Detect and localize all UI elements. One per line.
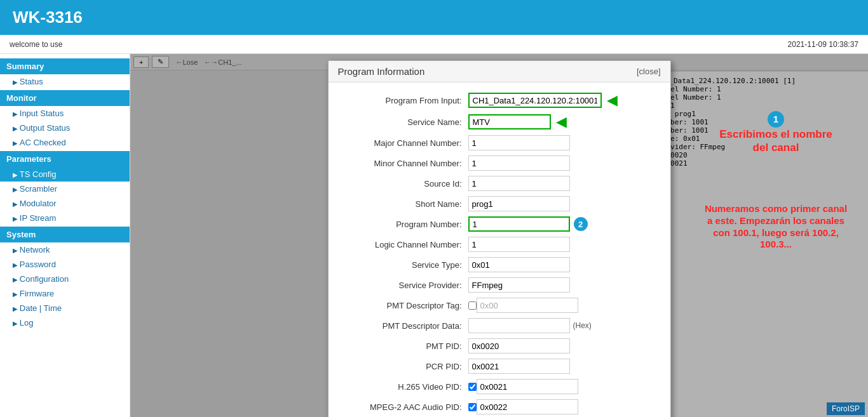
form-row-logic-channel: Logic Channel Number: — [341, 237, 658, 252]
form-row-pmt-descriptor-data: PMT Descriptor Data: (Hex) — [341, 318, 658, 333]
form-row-pmt-descriptor-tag: PMT Descriptor Tag: — [341, 298, 658, 313]
input-source-id[interactable] — [468, 176, 570, 191]
input-h265-video-pid[interactable] — [477, 379, 578, 394]
form-row-minor-channel: Minor Channel Number: — [341, 156, 658, 171]
label-program-from-input: Program From Input: — [341, 96, 468, 105]
label-minor-channel: Minor Channel Number: — [341, 159, 468, 168]
label-major-channel: Major Channel Number: — [341, 138, 468, 148]
input-program-number[interactable] — [468, 216, 570, 232]
form-row-program-from-input: Program From Input: ◀ — [341, 92, 658, 109]
annotation-bubble-1: 1 Escribimos el nombre del canal — [712, 111, 839, 155]
welcome-bar: welcome to use 2021-11-09 10:38:37 — [0, 35, 868, 54]
circle-badge-2: 2 — [574, 217, 588, 231]
label-program-number: Program Number: — [341, 220, 468, 229]
annotation-text-2: Numeramos como primer canal a este. Empe… — [705, 203, 847, 249]
form-row-major-channel: Major Channel Number: — [341, 135, 658, 150]
dialog-title: Program Information — [338, 66, 425, 77]
form-row-mpeg2-aac-audio-pid: MPEG-2 AAC Audio PID: — [341, 399, 658, 414]
sidebar-item-input-status[interactable]: Input Status — [0, 106, 130, 121]
form-row-service-type: Service Type: — [341, 257, 658, 272]
sidebar-item-status[interactable]: Status — [0, 74, 130, 89]
forolsp-badge: ForoISP — [827, 402, 865, 415]
input-short-name[interactable] — [468, 196, 570, 211]
content-area: + ✎ ←Lose ←→CH1_... ► 1: D... CH1_Data1_… — [130, 54, 868, 417]
label-pmt-descriptor-tag: PMT Descriptor Tag: — [341, 301, 468, 310]
input-program-from-input[interactable] — [468, 93, 602, 108]
checkbox-mpeg2-aac-audio-pid[interactable] — [468, 403, 477, 411]
input-major-channel[interactable] — [468, 135, 570, 150]
sidebar-item-modulator[interactable]: Modulator — [0, 196, 130, 211]
arrow-icon-2: ◀ — [556, 114, 567, 130]
label-pmt-pid: PMT PID: — [341, 341, 468, 351]
label-service-provider: Service Provider: — [341, 281, 468, 290]
form-row-short-name: Short Name: — [341, 196, 658, 211]
sidebar-item-output-status[interactable]: Output Status — [0, 121, 130, 135]
arrow-icon: ◀ — [607, 92, 618, 109]
form-row-h265-video-pid: H.265 Video PID: — [341, 379, 658, 394]
sidebar-item-firmware[interactable]: Firmware — [0, 286, 130, 301]
dialog-close-link[interactable]: [close] — [637, 67, 661, 76]
sidebar-item-log[interactable]: Log — [0, 315, 130, 330]
sidebar-item-ip-stream[interactable]: IP Stream — [0, 211, 130, 225]
input-service-type[interactable] — [468, 257, 570, 272]
label-pmt-descriptor-data: PMT Descriptor Data: — [341, 321, 468, 331]
dialog-body: Program From Input: ◀ Service Name: ◀ Ma… — [329, 83, 670, 417]
input-pcr-pid[interactable] — [468, 359, 570, 374]
annotation-bubble-2: Numeramos como primer canal a este. Empe… — [703, 203, 849, 251]
form-row-pmt-pid: PMT PID: — [341, 338, 658, 354]
input-service-name[interactable] — [468, 114, 551, 129]
app-title: WK-3316 — [13, 8, 83, 27]
sidebar-section-summary: Summary — [0, 58, 130, 74]
sidebar-item-network[interactable]: Network — [0, 242, 130, 257]
form-row-source-id: Source Id: — [341, 176, 658, 191]
label-service-name: Service Name: — [341, 117, 468, 127]
input-mpeg2-aac-audio-pid[interactable] — [477, 399, 578, 414]
annotation-text-1: Escribimos el nombre del canal — [719, 128, 832, 154]
label-logic-channel: Logic Channel Number: — [341, 240, 468, 249]
sidebar-item-password[interactable]: Password — [0, 257, 130, 272]
sidebar-item-scrambler[interactable]: Scrambler — [0, 182, 130, 196]
main-layout: Summary Status Monitor Input Status Outp… — [0, 54, 868, 417]
circle-badge-1: 1 — [768, 111, 784, 128]
welcome-text: welcome to use — [10, 40, 62, 49]
sidebar-item-date-time[interactable]: Date | Time — [0, 301, 130, 315]
form-row-program-number: Program Number: 2 — [341, 216, 658, 232]
form-row-service-name: Service Name: ◀ — [341, 114, 658, 130]
input-service-provider[interactable] — [468, 277, 570, 293]
input-pmt-pid[interactable] — [468, 338, 570, 354]
form-row-pcr-pid: PCR PID: — [341, 359, 658, 374]
form-row-service-provider: Service Provider: — [341, 277, 658, 293]
sidebar-section-parameters: Parameters — [0, 151, 130, 167]
input-minor-channel[interactable] — [468, 156, 570, 171]
label-source-id: Source Id: — [341, 179, 468, 189]
dialog-header: Program Information [close] — [329, 61, 670, 83]
label-service-type: Service Type: — [341, 260, 468, 270]
input-pmt-descriptor-data[interactable] — [468, 318, 570, 333]
program-info-dialog: Program Information [close] Program From… — [328, 60, 671, 417]
sidebar-item-ac-checked[interactable]: AC Checked — [0, 135, 130, 150]
hex-label: (Hex) — [573, 321, 592, 330]
dialog-overlay: Program Information [close] Program From… — [130, 54, 868, 417]
datetime: 2021-11-09 10:38:37 — [788, 40, 858, 49]
label-h265-video-pid: H.265 Video PID: — [341, 382, 468, 392]
sidebar-item-configuration[interactable]: Configuration — [0, 272, 130, 286]
input-logic-channel[interactable] — [468, 237, 570, 252]
label-short-name: Short Name: — [341, 199, 468, 209]
sidebar: Summary Status Monitor Input Status Outp… — [0, 54, 130, 417]
sidebar-item-ts-config[interactable]: TS Config — [0, 167, 130, 182]
header: WK-3316 — [0, 0, 868, 35]
sidebar-section-monitor: Monitor — [0, 90, 130, 106]
label-pcr-pid: PCR PID: — [341, 362, 468, 371]
input-pmt-descriptor-tag[interactable] — [477, 298, 578, 313]
label-mpeg2-aac-audio-pid: MPEG-2 AAC Audio PID: — [341, 402, 468, 412]
checkbox-pmt-descriptor-tag[interactable] — [468, 301, 477, 310]
sidebar-section-system: System — [0, 227, 130, 242]
checkbox-h265-video-pid[interactable] — [468, 383, 477, 391]
